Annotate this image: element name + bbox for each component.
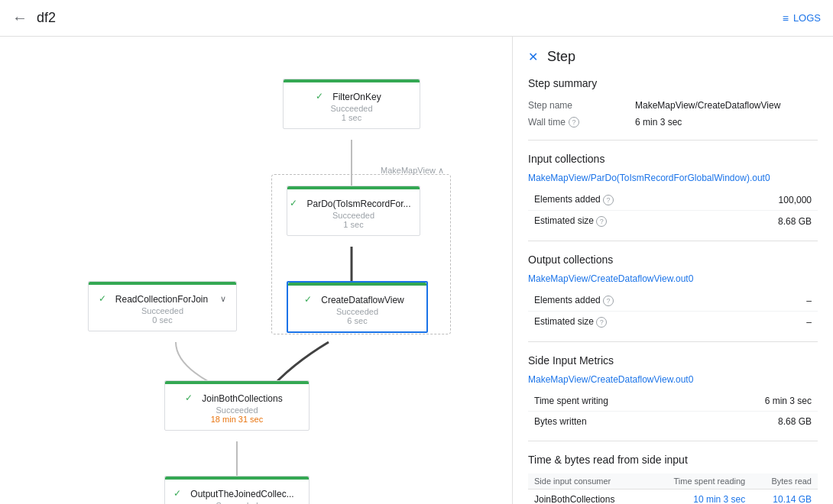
check-icon-pardo: ✓ bbox=[290, 198, 297, 208]
input-section-title: Input collections bbox=[528, 153, 818, 165]
step-name-value: MakeMapView/CreateDataflowView bbox=[635, 100, 780, 111]
node-inner-read: ✓ ReadCollectionForJoin ∨ Succeeded 0 se… bbox=[89, 285, 236, 331]
col-time-reading: Time spent reading bbox=[645, 473, 751, 489]
side-input-section-title: Side Input Metrics bbox=[528, 354, 818, 367]
logs-label: LOGS bbox=[793, 12, 821, 24]
side-input-collection-name[interactable]: MakeMapView/CreateDataflowView.out0 bbox=[528, 374, 818, 385]
node-inner-pardo: ✓ ParDo(ToIsmRecordFor... Succeeded 1 se… bbox=[287, 189, 420, 235]
summary-section-title: Step summary bbox=[528, 77, 818, 89]
node-filteronkey[interactable]: ✓ FilterOnKey Succeeded 1 sec bbox=[283, 79, 420, 129]
time-writing-label: Time spent writing bbox=[528, 391, 700, 412]
step-close-button[interactable]: ✕ bbox=[528, 50, 538, 64]
output-collection-name[interactable]: MakeMapView/CreateDataflowView.out0 bbox=[528, 273, 818, 284]
node-inner-join: ✓ JoinBothCollections Succeeded 18 min 3… bbox=[165, 384, 309, 430]
logs-button[interactable]: ≡ LOGS bbox=[783, 12, 821, 24]
input-elements-label: Elements added ? bbox=[528, 189, 721, 211]
step-name-label: Step name bbox=[528, 100, 635, 111]
group-label: MakeMapView ∧ bbox=[381, 166, 444, 176]
node-joinboth[interactable]: ✓ JoinBothCollections Succeeded 18 min 3… bbox=[164, 380, 310, 431]
node-output[interactable]: ✓ OutputTheJoinedCollec... Succeeded 18 … bbox=[164, 476, 310, 504]
node-title-filteronkey: FilterOnKey bbox=[326, 89, 387, 104]
input-size-row: Estimated size ? 8.68 GB bbox=[528, 211, 818, 232]
node-readcollection[interactable]: ✓ ReadCollectionForJoin ∨ Succeeded 0 se… bbox=[88, 281, 237, 331]
bytes-written-row: Bytes written 8.68 GB bbox=[528, 412, 818, 432]
node-status-join: Succeeded bbox=[177, 405, 297, 415]
input-collections-table: Elements added ? 100,000 Estimated size … bbox=[528, 189, 818, 231]
node-title-output: OutputTheJoinedCollec... bbox=[184, 486, 300, 501]
node-status-pardo: Succeeded bbox=[300, 211, 407, 220]
output-size-help[interactable]: ? bbox=[596, 317, 607, 328]
bytes-written-label: Bytes written bbox=[528, 412, 700, 432]
step-panel: ✕ Step Step summary Step name MakeMapVie… bbox=[512, 37, 833, 504]
side-input-metrics-table: Time spent writing 6 min 3 sec Bytes wri… bbox=[528, 391, 818, 431]
node-time-filteronkey: 1 sec bbox=[296, 113, 407, 122]
time-writing-value: 6 min 3 sec bbox=[700, 391, 818, 412]
time-bytes-data-row: JoinBothCollections10 min 3 sec10.14 GB bbox=[528, 489, 818, 505]
node-createdataflowview[interactable]: ✓ CreateDataflowView Succeeded 6 sec bbox=[287, 281, 428, 333]
main-content: MakeMapView ∧ ✓ FilterOnKey Succeeded 1 … bbox=[0, 37, 833, 504]
output-size-row: Estimated size ? – bbox=[528, 312, 818, 333]
output-elements-help[interactable]: ? bbox=[603, 296, 614, 306]
check-icon-filteronkey: ✓ bbox=[316, 91, 323, 102]
wall-time-label: Wall time ? bbox=[528, 117, 635, 128]
output-collections-table: Elements added ? – Estimated size ? – bbox=[528, 290, 818, 332]
node-time-create: 6 sec bbox=[300, 316, 414, 325]
node-status-read: Succeeded bbox=[101, 306, 224, 315]
node-title-wrap-pardo: ✓ ParDo(ToIsmRecordFor... bbox=[300, 195, 407, 211]
wall-time-value: 6 min 3 sec bbox=[635, 117, 682, 128]
input-elements-row: Elements added ? 100,000 bbox=[528, 189, 818, 211]
separator-4 bbox=[528, 441, 818, 441]
graph-panel[interactable]: MakeMapView ∧ ✓ FilterOnKey Succeeded 1 … bbox=[0, 37, 512, 504]
node-status-filteronkey: Succeeded bbox=[296, 104, 407, 113]
col-consumer: Side input consumer bbox=[528, 473, 645, 489]
step-name-row: Step name MakeMapView/CreateDataflowView bbox=[528, 97, 818, 114]
time-bytes-table: Side input consumer Time spent reading B… bbox=[528, 473, 818, 504]
expand-icon-read: ∨ bbox=[220, 294, 226, 304]
page-title: df2 bbox=[37, 10, 773, 26]
check-icon-read: ✓ bbox=[99, 293, 106, 304]
input-elements-help[interactable]: ? bbox=[603, 195, 614, 205]
input-size-help[interactable]: ? bbox=[596, 216, 607, 227]
output-section-title: Output collections bbox=[528, 254, 818, 266]
output-size-label: Estimated size ? bbox=[528, 312, 772, 333]
step-panel-title: Step bbox=[547, 49, 575, 65]
col-bytes-read: Bytes read bbox=[751, 473, 818, 489]
separator-1 bbox=[528, 140, 818, 141]
node-status-output: Succeeded bbox=[177, 501, 297, 504]
node-inner-create: ✓ CreateDataflowView Succeeded 6 sec bbox=[288, 286, 426, 331]
input-collection-name[interactable]: MakeMapView/ParDo(ToIsmRecordForGlobalWi… bbox=[528, 173, 818, 183]
logs-icon: ≡ bbox=[783, 12, 789, 24]
node-title-wrap-output: ✓ OutputTheJoinedCollec... bbox=[177, 486, 297, 501]
node-title-wrap-create: ✓ CreateDataflowView bbox=[300, 292, 414, 307]
bytes-written-value: 8.68 GB bbox=[700, 412, 818, 432]
node-title-join: JoinBothCollections bbox=[196, 390, 288, 405]
check-icon-create: ✓ bbox=[304, 294, 312, 305]
output-elements-label: Elements added ? bbox=[528, 290, 772, 312]
node-title-pardo: ParDo(ToIsmRecordFor... bbox=[300, 195, 416, 211]
input-elements-value: 100,000 bbox=[721, 189, 818, 211]
wall-time-help-icon[interactable]: ? bbox=[569, 117, 579, 128]
input-size-label: Estimated size ? bbox=[528, 211, 721, 232]
output-size-value: – bbox=[772, 312, 818, 333]
app-header: ← df2 ≡ LOGS bbox=[0, 0, 833, 37]
node-inner-filteronkey: ✓ FilterOnKey Succeeded 1 sec bbox=[284, 82, 420, 128]
time-bytes-header-row: Side input consumer Time spent reading B… bbox=[528, 473, 818, 489]
node-title-read: ReadCollectionForJoin bbox=[109, 291, 214, 306]
separator-3 bbox=[528, 341, 818, 342]
node-title-wrap-read: ✓ ReadCollectionForJoin ∨ bbox=[101, 291, 224, 306]
node-time-read: 0 sec bbox=[101, 315, 224, 325]
check-icon-output: ✓ bbox=[173, 488, 181, 499]
check-icon-join: ✓ bbox=[185, 393, 193, 403]
node-status-create: Succeeded bbox=[300, 307, 414, 316]
node-inner-output: ✓ OutputTheJoinedCollec... Succeeded 18 … bbox=[165, 480, 309, 504]
separator-2 bbox=[528, 241, 818, 241]
time-writing-row: Time spent writing 6 min 3 sec bbox=[528, 391, 818, 412]
time-bytes-section-title: Time & bytes read from side input bbox=[528, 454, 818, 466]
graph-container: MakeMapView ∧ ✓ FilterOnKey Succeeded 1 … bbox=[0, 37, 489, 504]
node-pardo[interactable]: ✓ ParDo(ToIsmRecordFor... Succeeded 1 se… bbox=[287, 186, 420, 236]
back-button[interactable]: ← bbox=[12, 9, 28, 27]
output-elements-row: Elements added ? – bbox=[528, 290, 818, 312]
input-size-value: 8.68 GB bbox=[721, 211, 818, 232]
wall-time-row: Wall time ? 6 min 3 sec bbox=[528, 114, 818, 131]
node-time-pardo: 1 sec bbox=[300, 220, 407, 229]
